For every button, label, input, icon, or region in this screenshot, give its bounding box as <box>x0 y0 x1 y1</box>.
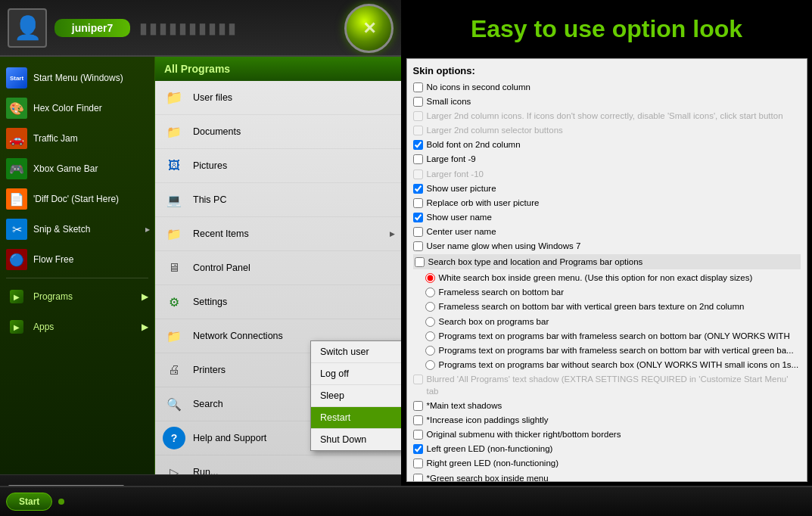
option-checkbox-opt2[interactable] <box>413 97 423 107</box>
sidebar-item-start[interactable]: StartStart Menu (Windows) <box>0 63 154 93</box>
pictures-menu-icon: 🖼 <box>163 154 185 177</box>
option-checkbox-opt25[interactable] <box>413 444 423 454</box>
skin-option-opt19[interactable]: Programs text on programs bar with frame… <box>413 344 801 356</box>
submenu-item-logoff[interactable]: Log off <box>311 363 401 385</box>
option-checkbox-opt11[interactable] <box>413 227 423 237</box>
option-label-opt14: White search box inside green menu. (Use… <box>439 272 753 284</box>
skin-option-opt9[interactable]: Replace orb with user picture <box>413 197 801 209</box>
skin-option-opt12[interactable]: User name glow when using Windows 7 <box>413 240 801 252</box>
menu-item-documents[interactable]: 📁Documents <box>155 115 401 149</box>
skin-option-opt17[interactable]: Search box on programs bar <box>413 316 801 328</box>
sidebar-item-label-hex: Hex Color Finder <box>33 103 102 113</box>
skin-option-opt16[interactable]: Frameless search on bottom bar with vert… <box>413 300 801 312</box>
skin-option-opt20[interactable]: Programs text on programs bar without se… <box>413 359 801 371</box>
menu-item-label-settings: Settings <box>193 297 227 307</box>
skin-option-opt14[interactable]: White search box inside green menu. (Use… <box>413 272 801 284</box>
option-checkbox-opt6[interactable] <box>413 154 423 164</box>
skin-option-opt7: Larger font -10 <box>413 168 801 180</box>
option-checkbox-opt27[interactable] <box>413 474 423 482</box>
sidebar-item-traffic[interactable]: 🚗Traffic Jam <box>0 123 154 154</box>
skin-option-opt15[interactable]: Frameless search on bottom bar <box>413 286 801 298</box>
option-radio-opt14[interactable] <box>425 273 435 283</box>
option-radio-opt18[interactable] <box>425 331 435 341</box>
option-checkbox-opt24[interactable] <box>413 430 423 440</box>
skin-option-opt23[interactable]: *Increase icon paddings slightly <box>413 414 801 426</box>
submenu-item-shutdown2[interactable]: Shut Down <box>311 429 401 450</box>
flow-icon: 🔵 <box>6 249 27 270</box>
option-checkbox-opt1[interactable] <box>413 82 423 92</box>
orb-button[interactable]: ✕ <box>344 4 394 53</box>
skin-option-opt26[interactable]: Right green LED (non-functioning) <box>413 457 801 469</box>
skin-option-opt1[interactable]: No icons in second column <box>413 81 801 93</box>
skin-option-opt22[interactable]: *Main text shadows <box>413 399 801 412</box>
option-label-opt1: No icons in second column <box>427 81 530 93</box>
skin-option-opt24[interactable]: Original submenu with thicker right/bott… <box>413 428 801 440</box>
option-label-opt9: Replace orb with user picture <box>427 197 540 209</box>
option-checkbox-opt10[interactable] <box>413 213 423 222</box>
skin-option-opt18[interactable]: Programs text on programs bar with frame… <box>413 330 801 342</box>
option-checkbox-opt13[interactable] <box>415 257 425 267</box>
traffic-icon: 🚗 <box>6 128 27 149</box>
option-radio-opt16[interactable] <box>425 302 435 312</box>
menu-item-label-control: Control Panel <box>193 263 250 273</box>
all-programs-header: All Programs <box>155 57 401 81</box>
sidebar-item-flow[interactable]: 🔵Flow Free <box>0 244 154 275</box>
sidebar-item-hex[interactable]: 🎨Hex Color Finder <box>0 93 154 123</box>
option-label-opt10: Show user name <box>427 211 492 223</box>
submenu-item-sleep[interactable]: Sleep <box>311 385 401 407</box>
menu-item-thispc[interactable]: 💻This PC <box>155 183 401 217</box>
sidebar-item-label-apps: Apps <box>33 322 54 332</box>
skin-option-opt10[interactable]: Show user name <box>413 211 801 223</box>
option-checkbox-opt21 <box>413 375 423 384</box>
menu-item-pictures[interactable]: 🖼Pictures <box>155 149 401 183</box>
menu-item-control[interactable]: 🖥Control Panel <box>155 251 401 285</box>
skin-option-opt21: Blurred 'All Programs' text shadow (EXTR… <box>413 373 801 397</box>
menu-item-userfiles[interactable]: 📁User files <box>155 81 401 115</box>
option-radio-opt19[interactable] <box>425 346 435 356</box>
skin-option-opt2[interactable]: Small icons <box>413 95 801 107</box>
option-radio-opt20[interactable] <box>425 360 435 370</box>
sidebar-item-diffdoc[interactable]: 📄'Diff Doc' (Start Here) <box>0 184 154 214</box>
start-menu-area: 👤 juniper7 ▮▮▮▮▮▮▮▮▮▮ ✕ StartStart Menu … <box>0 0 401 516</box>
apps-icon: ▶ <box>6 316 27 337</box>
start-button[interactable]: Start <box>6 493 52 511</box>
skin-option-opt27[interactable]: *Green search box inside menu <box>413 472 801 482</box>
option-label-opt26: Right green LED (non-functioning) <box>427 457 559 469</box>
option-radio-opt17[interactable] <box>425 317 435 327</box>
shutdown-submenu: Switch userLog offSleepRestartShut Down <box>310 340 401 451</box>
avatar: 👤 <box>8 8 47 48</box>
skin-option-opt5[interactable]: Bold font on 2nd column <box>413 138 801 151</box>
skin-option-opt13[interactable]: Search box type and location and Program… <box>413 254 801 269</box>
skin-option-opt6[interactable]: Large font -9 <box>413 153 801 165</box>
taskbar-bottom: Start <box>0 486 812 516</box>
option-label-opt3: Larger 2nd column icons. If icons don't … <box>427 110 783 122</box>
skin-option-opt11[interactable]: Center user name <box>413 225 801 238</box>
sidebar-item-apps[interactable]: ▶Apps▶ <box>0 312 154 342</box>
option-checkbox-opt5[interactable] <box>413 140 423 150</box>
sidebar-item-snip[interactable]: ✂Snip & Sketch <box>0 214 154 244</box>
option-label-opt18: Programs text on programs bar with frame… <box>439 330 790 342</box>
option-checkbox-opt22[interactable] <box>413 401 423 411</box>
option-radio-opt15[interactable] <box>425 288 435 297</box>
option-checkbox-opt9[interactable] <box>413 198 423 208</box>
option-checkbox-opt23[interactable] <box>413 415 423 425</box>
skin-options-panel[interactable]: Skin options: No icons in second columnS… <box>406 58 807 482</box>
hex-icon: 🎨 <box>6 98 27 119</box>
control-menu-icon: 🖥 <box>163 256 185 279</box>
option-label-opt23: *Increase icon paddings slightly <box>427 414 549 426</box>
sidebar-item-xbox[interactable]: 🎮Xbox Game Bar <box>0 154 154 184</box>
programs-icon: ▶ <box>6 286 27 307</box>
menu-item-recent[interactable]: 📁Recent Items <box>155 217 401 251</box>
option-checkbox-opt12[interactable] <box>413 241 423 251</box>
menu-item-label-pictures: Pictures <box>193 160 227 171</box>
submenu-item-restart[interactable]: Restart <box>311 407 401 429</box>
menu-item-run[interactable]: ▷Run... <box>155 455 401 474</box>
submenu-item-switchuser[interactable]: Switch user <box>311 341 401 363</box>
menu-item-settings[interactable]: ⚙Settings <box>155 285 401 319</box>
skin-option-opt8[interactable]: Show user picture <box>413 182 801 194</box>
option-checkbox-opt8[interactable] <box>413 184 423 194</box>
option-checkbox-opt26[interactable] <box>413 458 423 468</box>
right-panel-title: Easy to use option look <box>471 15 742 43</box>
skin-option-opt25[interactable]: Left green LED (non-functioning) <box>413 443 801 455</box>
sidebar-item-programs[interactable]: ▶Programs▶ <box>0 281 154 312</box>
